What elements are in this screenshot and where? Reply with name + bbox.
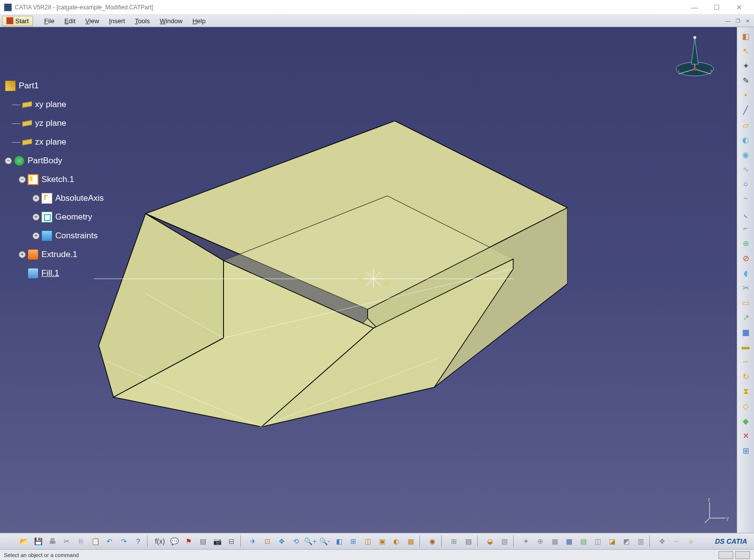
spline-icon[interactable]: ~ [739, 192, 753, 206]
tree-geometry[interactable]: + Geometry [5, 208, 104, 226]
viewport-3d[interactable]: Part1 — xy plane — yz plane — zx plane −… [0, 27, 737, 533]
tree-sketch[interactable]: − Sketch.1 [5, 170, 104, 189]
grid-icon[interactable]: ▦ [563, 535, 575, 548]
snap-icon[interactable]: ◫ [591, 535, 604, 548]
formula-icon[interactable]: f(x) [153, 535, 166, 548]
point-icon[interactable]: • [739, 88, 753, 102]
capture-icon[interactable]: 📷 [211, 535, 224, 548]
undo-icon[interactable]: ↶ [103, 535, 116, 548]
tree-xy-plane[interactable]: — xy plane [5, 95, 104, 114]
menu-view[interactable]: View [80, 16, 104, 26]
menu-tools[interactable]: Tools [130, 16, 154, 26]
help-icon[interactable]: ? [132, 535, 145, 548]
sketch-analysis-icon[interactable]: ▤ [462, 535, 475, 548]
expand-icon[interactable]: + [33, 214, 39, 221]
extrapolate-icon[interactable]: ↗ [739, 310, 753, 324]
tree-partbody[interactable]: − PartBody [5, 151, 104, 170]
comment-icon[interactable]: 💬 [168, 535, 181, 548]
maximize-button[interactable]: ☐ [706, 0, 728, 14]
tree-extrude[interactable]: + Extrude.1 [5, 245, 104, 264]
zoom-in-icon[interactable]: 🔍+ [304, 535, 317, 548]
axis-transform-icon[interactable]: ✕ [739, 429, 753, 443]
tree-yz-plane[interactable]: — yz plane [5, 114, 104, 133]
status-indicator-2[interactable] [735, 551, 750, 559]
view-compass[interactable]: x y [673, 35, 717, 79]
tree-constraints[interactable]: + Constraints [5, 226, 104, 245]
tree-root-part[interactable]: Part1 [5, 76, 104, 95]
flag-icon[interactable]: ⚑ [182, 535, 195, 548]
menu-file[interactable]: File [39, 16, 59, 26]
circle-icon[interactable]: ○ [739, 177, 753, 191]
affinity-icon[interactable]: ◆ [739, 414, 753, 428]
hide-show-icon[interactable]: ◐ [390, 535, 403, 548]
cut-icon[interactable]: ✂ [60, 535, 73, 548]
create-datum-icon[interactable]: ◪ [605, 535, 618, 548]
rotate-view-icon[interactable]: ⟲ [290, 535, 302, 548]
status-indicator-1[interactable] [718, 551, 733, 559]
menu-insert[interactable]: Insert [104, 16, 130, 26]
new-icon[interactable]: □ [3, 535, 16, 548]
expand-icon[interactable]: + [19, 251, 26, 258]
compass-icon[interactable]: ✦ [739, 59, 753, 73]
plane-icon[interactable]: ▱ [739, 118, 753, 132]
zoom-out-icon[interactable]: 🔍- [318, 535, 331, 548]
fly-icon[interactable]: ✈ [247, 535, 260, 548]
shading-icon[interactable]: ▣ [376, 535, 388, 548]
select-arrow-icon[interactable]: ↖ [739, 44, 753, 58]
measure-icon[interactable]: ⊞ [739, 444, 753, 457]
menu-edit[interactable]: Edit [59, 16, 80, 26]
extrude-icon[interactable]: ◐ [739, 133, 753, 147]
paste-icon[interactable]: 📋 [89, 535, 102, 548]
revolve-icon[interactable]: ◉ [739, 148, 753, 161]
sketch-pos-icon[interactable]: ⊞ [448, 535, 460, 548]
measure-between-icon[interactable]: ↔ [670, 535, 683, 548]
collapse-icon[interactable]: − [19, 176, 26, 183]
manip-icon[interactable]: ✥ [656, 535, 669, 548]
close-button[interactable]: ✕ [728, 0, 750, 14]
rotate-icon[interactable]: ↻ [739, 370, 753, 383]
translate-icon[interactable]: ↔ [739, 355, 753, 369]
iso-view-icon[interactable]: ◫ [361, 535, 374, 548]
open-icon[interactable]: 📂 [17, 535, 30, 548]
temp-analysis-icon[interactable]: ▥ [634, 535, 647, 548]
fit-icon[interactable]: ⊡ [261, 535, 274, 548]
sweep-icon[interactable]: ∿ [739, 162, 753, 176]
boundary-icon[interactable]: ▭ [739, 296, 753, 309]
menu-window[interactable]: Window [155, 16, 188, 26]
thick-icon[interactable]: ▬ [739, 340, 753, 354]
material-icon[interactable]: ◒ [484, 535, 496, 548]
scale-icon[interactable]: ◇ [739, 399, 753, 413]
normal-view-icon[interactable]: ◧ [333, 535, 345, 548]
doc-close-button[interactable]: ✕ [743, 17, 752, 25]
redo-icon[interactable]: ↷ [117, 535, 130, 548]
line-icon[interactable]: ╱ [739, 103, 753, 117]
expand-icon[interactable]: + [33, 232, 39, 239]
axis-sys-icon[interactable]: ✦ [520, 535, 532, 548]
collapse-icon[interactable]: − [5, 157, 12, 164]
tree-fill[interactable]: Fill.1 [5, 264, 104, 283]
corner-icon[interactable]: ⌐ [739, 222, 753, 235]
minimize-button[interactable]: — [683, 0, 706, 14]
save-icon[interactable]: 💾 [32, 535, 44, 548]
tree-zx-plane[interactable]: — zx plane [5, 133, 104, 151]
render-icon[interactable]: ◉ [426, 535, 439, 548]
measure-item-icon[interactable]: ⟐ [684, 535, 697, 548]
join-icon[interactable]: ⊕ [739, 236, 753, 250]
print-icon[interactable]: 🖶 [46, 535, 59, 548]
arc-icon[interactable]: ◟ [739, 207, 753, 221]
grid3-icon[interactable]: ▦ [548, 535, 561, 548]
multi-view-icon[interactable]: ⊞ [347, 535, 360, 548]
doc-restore-button[interactable]: ❐ [733, 17, 742, 25]
origin-icon[interactable]: ⊕ [534, 535, 547, 548]
workbench-icon[interactable]: ◧ [739, 29, 753, 43]
fillet-icon[interactable]: ◖ [739, 266, 753, 280]
pattern-icon[interactable]: ▦ [739, 325, 753, 339]
split-icon[interactable]: ⊘ [739, 251, 753, 265]
sketch-icon[interactable]: ✎ [739, 74, 753, 87]
tree-absoluteaxis[interactable]: + AbsoluteAxis [5, 189, 104, 208]
model-geometry[interactable]: V H [94, 121, 567, 427]
working-sup-icon[interactable]: ▤ [577, 535, 590, 548]
doc-minimize-button[interactable]: — [723, 17, 732, 25]
db-icon[interactable]: ⊟ [225, 535, 238, 548]
trim-icon[interactable]: ✂ [739, 281, 753, 295]
